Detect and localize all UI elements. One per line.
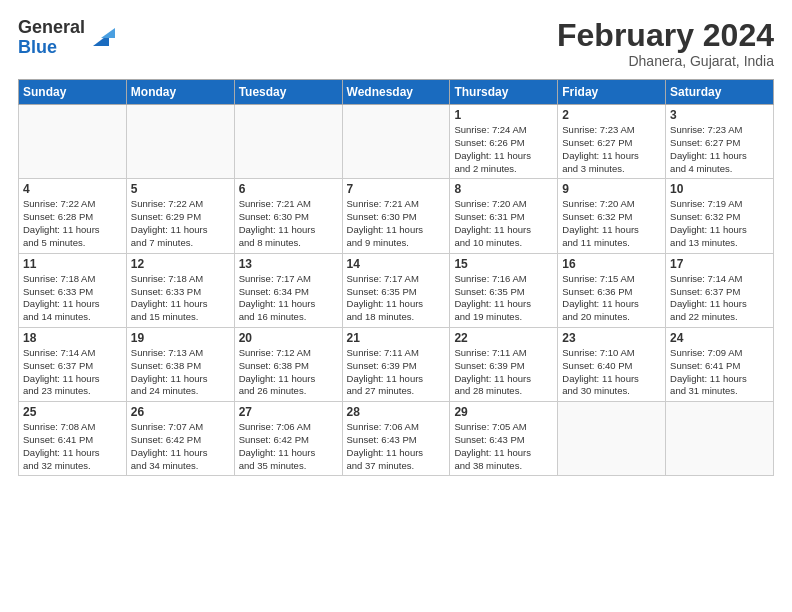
table-row bbox=[558, 402, 666, 476]
day-number: 12 bbox=[131, 257, 230, 271]
svg-marker-1 bbox=[101, 28, 115, 38]
table-row: 3Sunrise: 7:23 AMSunset: 6:27 PMDaylight… bbox=[666, 105, 774, 179]
calendar-week-row: 25Sunrise: 7:08 AMSunset: 6:41 PMDayligh… bbox=[19, 402, 774, 476]
day-number: 23 bbox=[562, 331, 661, 345]
day-number: 11 bbox=[23, 257, 122, 271]
day-number: 4 bbox=[23, 182, 122, 196]
logo-icon bbox=[87, 24, 115, 52]
day-number: 28 bbox=[347, 405, 446, 419]
table-row: 25Sunrise: 7:08 AMSunset: 6:41 PMDayligh… bbox=[19, 402, 127, 476]
day-detail: Sunrise: 7:23 AMSunset: 6:27 PMDaylight:… bbox=[562, 124, 661, 175]
day-detail: Sunrise: 7:22 AMSunset: 6:28 PMDaylight:… bbox=[23, 198, 122, 249]
day-detail: Sunrise: 7:19 AMSunset: 6:32 PMDaylight:… bbox=[670, 198, 769, 249]
day-number: 29 bbox=[454, 405, 553, 419]
day-detail: Sunrise: 7:06 AMSunset: 6:43 PMDaylight:… bbox=[347, 421, 446, 472]
table-row: 16Sunrise: 7:15 AMSunset: 6:36 PMDayligh… bbox=[558, 253, 666, 327]
day-number: 10 bbox=[670, 182, 769, 196]
table-row: 20Sunrise: 7:12 AMSunset: 6:38 PMDayligh… bbox=[234, 327, 342, 401]
title-block: February 2024 Dhanera, Gujarat, India bbox=[557, 18, 774, 69]
day-number: 2 bbox=[562, 108, 661, 122]
logo-general: General bbox=[18, 18, 85, 38]
table-row: 5Sunrise: 7:22 AMSunset: 6:29 PMDaylight… bbox=[126, 179, 234, 253]
table-row: 22Sunrise: 7:11 AMSunset: 6:39 PMDayligh… bbox=[450, 327, 558, 401]
day-number: 27 bbox=[239, 405, 338, 419]
table-row: 4Sunrise: 7:22 AMSunset: 6:28 PMDaylight… bbox=[19, 179, 127, 253]
day-number: 9 bbox=[562, 182, 661, 196]
day-number: 13 bbox=[239, 257, 338, 271]
day-number: 19 bbox=[131, 331, 230, 345]
table-row: 6Sunrise: 7:21 AMSunset: 6:30 PMDaylight… bbox=[234, 179, 342, 253]
table-row: 13Sunrise: 7:17 AMSunset: 6:34 PMDayligh… bbox=[234, 253, 342, 327]
calendar-week-row: 11Sunrise: 7:18 AMSunset: 6:33 PMDayligh… bbox=[19, 253, 774, 327]
day-detail: Sunrise: 7:10 AMSunset: 6:40 PMDaylight:… bbox=[562, 347, 661, 398]
day-detail: Sunrise: 7:18 AMSunset: 6:33 PMDaylight:… bbox=[131, 273, 230, 324]
table-row: 12Sunrise: 7:18 AMSunset: 6:33 PMDayligh… bbox=[126, 253, 234, 327]
table-row bbox=[19, 105, 127, 179]
col-monday: Monday bbox=[126, 80, 234, 105]
table-row bbox=[342, 105, 450, 179]
day-detail: Sunrise: 7:17 AMSunset: 6:34 PMDaylight:… bbox=[239, 273, 338, 324]
table-row: 2Sunrise: 7:23 AMSunset: 6:27 PMDaylight… bbox=[558, 105, 666, 179]
day-detail: Sunrise: 7:17 AMSunset: 6:35 PMDaylight:… bbox=[347, 273, 446, 324]
day-detail: Sunrise: 7:22 AMSunset: 6:29 PMDaylight:… bbox=[131, 198, 230, 249]
day-detail: Sunrise: 7:20 AMSunset: 6:32 PMDaylight:… bbox=[562, 198, 661, 249]
day-number: 18 bbox=[23, 331, 122, 345]
table-row: 14Sunrise: 7:17 AMSunset: 6:35 PMDayligh… bbox=[342, 253, 450, 327]
table-row: 7Sunrise: 7:21 AMSunset: 6:30 PMDaylight… bbox=[342, 179, 450, 253]
page: General Blue February 2024 Dhanera, Guja… bbox=[0, 0, 792, 612]
day-number: 15 bbox=[454, 257, 553, 271]
day-detail: Sunrise: 7:16 AMSunset: 6:35 PMDaylight:… bbox=[454, 273, 553, 324]
day-detail: Sunrise: 7:24 AMSunset: 6:26 PMDaylight:… bbox=[454, 124, 553, 175]
table-row: 26Sunrise: 7:07 AMSunset: 6:42 PMDayligh… bbox=[126, 402, 234, 476]
col-sunday: Sunday bbox=[19, 80, 127, 105]
logo-blue: Blue bbox=[18, 38, 85, 58]
day-number: 20 bbox=[239, 331, 338, 345]
calendar-week-row: 4Sunrise: 7:22 AMSunset: 6:28 PMDaylight… bbox=[19, 179, 774, 253]
table-row: 15Sunrise: 7:16 AMSunset: 6:35 PMDayligh… bbox=[450, 253, 558, 327]
day-number: 22 bbox=[454, 331, 553, 345]
day-number: 26 bbox=[131, 405, 230, 419]
table-row: 10Sunrise: 7:19 AMSunset: 6:32 PMDayligh… bbox=[666, 179, 774, 253]
day-detail: Sunrise: 7:12 AMSunset: 6:38 PMDaylight:… bbox=[239, 347, 338, 398]
logo: General Blue bbox=[18, 18, 115, 58]
day-detail: Sunrise: 7:13 AMSunset: 6:38 PMDaylight:… bbox=[131, 347, 230, 398]
day-number: 7 bbox=[347, 182, 446, 196]
day-number: 8 bbox=[454, 182, 553, 196]
table-row: 19Sunrise: 7:13 AMSunset: 6:38 PMDayligh… bbox=[126, 327, 234, 401]
col-wednesday: Wednesday bbox=[342, 80, 450, 105]
day-detail: Sunrise: 7:11 AMSunset: 6:39 PMDaylight:… bbox=[454, 347, 553, 398]
col-tuesday: Tuesday bbox=[234, 80, 342, 105]
day-detail: Sunrise: 7:09 AMSunset: 6:41 PMDaylight:… bbox=[670, 347, 769, 398]
table-row: 11Sunrise: 7:18 AMSunset: 6:33 PMDayligh… bbox=[19, 253, 127, 327]
table-row: 17Sunrise: 7:14 AMSunset: 6:37 PMDayligh… bbox=[666, 253, 774, 327]
day-detail: Sunrise: 7:14 AMSunset: 6:37 PMDaylight:… bbox=[670, 273, 769, 324]
day-number: 21 bbox=[347, 331, 446, 345]
day-detail: Sunrise: 7:11 AMSunset: 6:39 PMDaylight:… bbox=[347, 347, 446, 398]
table-row: 24Sunrise: 7:09 AMSunset: 6:41 PMDayligh… bbox=[666, 327, 774, 401]
col-thursday: Thursday bbox=[450, 80, 558, 105]
day-number: 24 bbox=[670, 331, 769, 345]
table-row: 9Sunrise: 7:20 AMSunset: 6:32 PMDaylight… bbox=[558, 179, 666, 253]
day-number: 17 bbox=[670, 257, 769, 271]
calendar-week-row: 1Sunrise: 7:24 AMSunset: 6:26 PMDaylight… bbox=[19, 105, 774, 179]
table-row: 18Sunrise: 7:14 AMSunset: 6:37 PMDayligh… bbox=[19, 327, 127, 401]
day-detail: Sunrise: 7:15 AMSunset: 6:36 PMDaylight:… bbox=[562, 273, 661, 324]
table-row: 29Sunrise: 7:05 AMSunset: 6:43 PMDayligh… bbox=[450, 402, 558, 476]
location: Dhanera, Gujarat, India bbox=[557, 53, 774, 69]
table-row: 21Sunrise: 7:11 AMSunset: 6:39 PMDayligh… bbox=[342, 327, 450, 401]
day-number: 1 bbox=[454, 108, 553, 122]
month-title: February 2024 bbox=[557, 18, 774, 53]
table-row: 1Sunrise: 7:24 AMSunset: 6:26 PMDaylight… bbox=[450, 105, 558, 179]
day-detail: Sunrise: 7:23 AMSunset: 6:27 PMDaylight:… bbox=[670, 124, 769, 175]
day-number: 6 bbox=[239, 182, 338, 196]
day-number: 14 bbox=[347, 257, 446, 271]
day-detail: Sunrise: 7:18 AMSunset: 6:33 PMDaylight:… bbox=[23, 273, 122, 324]
day-detail: Sunrise: 7:07 AMSunset: 6:42 PMDaylight:… bbox=[131, 421, 230, 472]
calendar-header-row: Sunday Monday Tuesday Wednesday Thursday… bbox=[19, 80, 774, 105]
table-row bbox=[234, 105, 342, 179]
day-number: 5 bbox=[131, 182, 230, 196]
table-row: 28Sunrise: 7:06 AMSunset: 6:43 PMDayligh… bbox=[342, 402, 450, 476]
calendar: Sunday Monday Tuesday Wednesday Thursday… bbox=[18, 79, 774, 476]
table-row: 23Sunrise: 7:10 AMSunset: 6:40 PMDayligh… bbox=[558, 327, 666, 401]
day-detail: Sunrise: 7:21 AMSunset: 6:30 PMDaylight:… bbox=[239, 198, 338, 249]
